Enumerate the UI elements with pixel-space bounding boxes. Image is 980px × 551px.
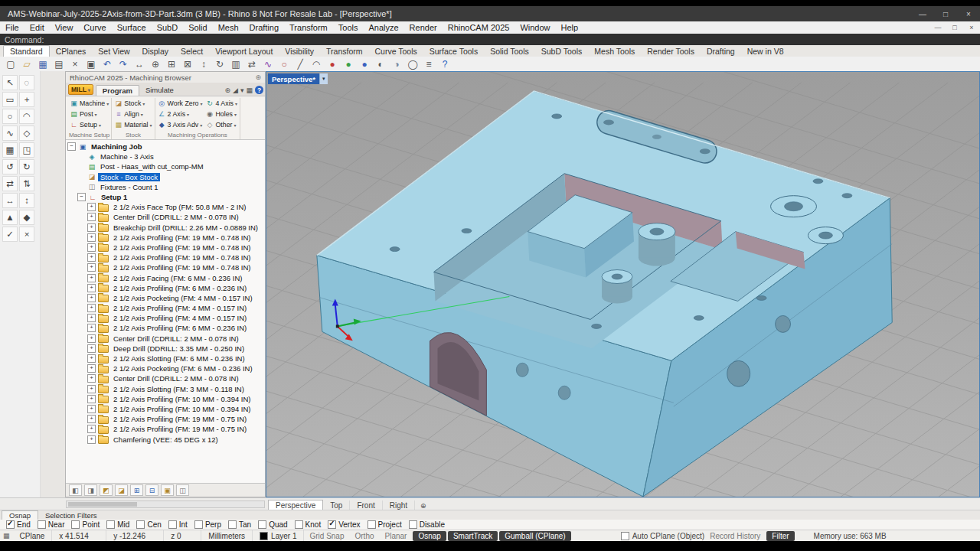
expander-plus-icon[interactable]: + bbox=[87, 425, 96, 433]
tree-item-2-1-2-axis-profiling-fm-6-mm-0-236-in[interactable]: +2 1/2 Axis Profiling (FM: 6 MM - 0.236 … bbox=[66, 323, 265, 333]
osnap-cen[interactable]: Cen bbox=[136, 520, 161, 529]
checkbox-icon[interactable] bbox=[106, 520, 115, 529]
auto-cplane-toggle[interactable]: Auto CPlane (Object) bbox=[621, 532, 705, 540]
render-red-sphere-icon[interactable]: ● bbox=[325, 57, 340, 70]
layout-icon[interactable]: ▦ bbox=[246, 86, 253, 94]
tree-item-2-1-2-axis-facing-fm-6-mm-0-236-in[interactable]: +2 1/2 Axis Facing (FM: 6 MM - 0.236 IN) bbox=[66, 272, 265, 282]
checkbox-icon[interactable] bbox=[328, 520, 336, 529]
expander-plus-icon[interactable]: + bbox=[87, 415, 96, 423]
tree-item-2-1-2-axis-profiling-fm-10-mm-0-394-in[interactable]: +2 1/2 Axis Profiling (FM: 10 MM - 0.394… bbox=[66, 394, 265, 404]
status-toggle-smarttrack[interactable]: SmartTrack bbox=[448, 531, 498, 541]
ribbon-button-align[interactable]: ≡Align▾ bbox=[113, 109, 153, 119]
checkbox-icon[interactable] bbox=[621, 532, 629, 540]
viewport-tab-perspective[interactable]: Perspective bbox=[268, 500, 323, 510]
tree-item-2-1-2-axis-profiling-fm-19-mm-0-75-in[interactable]: +2 1/2 Axis Profiling (FM: 19 MM - 0.75 … bbox=[66, 414, 265, 424]
expander-plus-icon[interactable]: + bbox=[87, 284, 96, 292]
toolbar-tab-mesh-tools[interactable]: Mesh Tools bbox=[588, 46, 641, 57]
check-icon[interactable]: ✓ bbox=[2, 227, 18, 242]
zoom-window-icon[interactable]: ⊞ bbox=[164, 57, 179, 70]
expander-plus-icon[interactable]: + bbox=[87, 243, 96, 252]
swap-views-icon[interactable]: ⇄ bbox=[2, 176, 18, 191]
solid-icon[interactable]: ◆ bbox=[19, 210, 34, 225]
circle-icon[interactable]: ○ bbox=[2, 109, 18, 124]
tilt-view-icon[interactable]: ⇅ bbox=[19, 176, 34, 191]
menu-item-tools[interactable]: Tools bbox=[333, 23, 364, 32]
viewport-canvas[interactable] bbox=[266, 72, 979, 497]
osnap-point[interactable]: Point bbox=[71, 520, 100, 529]
panel-dropdown-icon[interactable]: ▾ bbox=[240, 86, 244, 94]
tree-item-chamfering-vee-45-deg-x-12[interactable]: +Chamfering (VEE: 45 DEG x 12) bbox=[66, 434, 265, 444]
help-icon[interactable]: ? bbox=[255, 86, 263, 94]
wireframe-view-icon[interactable]: ◯ bbox=[405, 57, 420, 70]
checkbox-icon[interactable] bbox=[136, 520, 145, 529]
tree-item-center-drill-cdrill-2-mm-0-078-in[interactable]: +Center Drill (CDRILL: 2 MM - 0.078 IN) bbox=[66, 334, 265, 344]
footer-simulate-icon[interactable]: ⊞ bbox=[130, 484, 143, 496]
edit-icon[interactable]: ◢ bbox=[233, 86, 238, 94]
osnap-near[interactable]: Near bbox=[38, 520, 65, 529]
osnap-project[interactable]: Project bbox=[368, 520, 402, 529]
tree-item-2-1-2-axis-profiling-fm-19-mm-0-748-in[interactable]: +2 1/2 Axis Profiling (FM: 19 MM - 0.748… bbox=[66, 233, 265, 243]
layer-indicator[interactable]: Layer 1 bbox=[253, 530, 304, 541]
expander-plus-icon[interactable]: + bbox=[87, 364, 96, 373]
expander-plus-icon[interactable]: + bbox=[87, 294, 96, 302]
status-toggle-gumball-cplane[interactable]: Gumball (CPlane) bbox=[499, 531, 570, 541]
toolbar-tab-transform[interactable]: Transform bbox=[320, 46, 368, 57]
maximize-button[interactable]: □ bbox=[934, 6, 957, 21]
checkbox-icon[interactable] bbox=[258, 520, 266, 529]
surface-icon[interactable]: ▦ bbox=[2, 142, 18, 158]
scrollbar-thumb[interactable] bbox=[68, 502, 137, 507]
tree-item-2-1-2-axis-profiling-fm-4-mm-0-157-in[interactable]: +2 1/2 Axis Profiling (FM: 4 MM - 0.157 … bbox=[66, 313, 265, 323]
expander-plus-icon[interactable]: + bbox=[87, 263, 96, 272]
tree-item-center-drill-cdrill-2-mm-0-078-in[interactable]: +Center Drill (CDRILL: 2 MM - 0.078 IN) bbox=[66, 212, 265, 222]
toolbar-tab-standard[interactable]: Standard bbox=[3, 45, 50, 57]
status-pane-icon[interactable]: ▦ bbox=[0, 532, 13, 540]
help-icon[interactable]: ? bbox=[437, 57, 452, 70]
point-icon[interactable]: + bbox=[19, 92, 34, 107]
tree-item-machine-3-axis[interactable]: ◈Machine - 3 Axis bbox=[66, 152, 265, 161]
zoom-extents-icon[interactable]: ⊠ bbox=[180, 57, 195, 70]
pan-horizontal-icon[interactable]: ↔ bbox=[2, 193, 18, 208]
polygon-icon[interactable]: ◇ bbox=[19, 126, 34, 141]
open-file-icon[interactable]: ▱ bbox=[19, 57, 34, 70]
tree-item-center-drill-cdrill-2-mm-0-078-in[interactable]: +Center Drill (CDRILL: 2 MM - 0.078 IN) bbox=[66, 373, 265, 383]
ribbon-button-stock[interactable]: ◪Stock▾ bbox=[113, 98, 153, 109]
tools-icon[interactable]: ⊛ bbox=[224, 86, 230, 94]
panel-options-icon[interactable]: ⊛ bbox=[255, 73, 261, 81]
render-blue-sphere-icon[interactable]: ● bbox=[357, 57, 372, 70]
print-icon[interactable]: ▤ bbox=[51, 57, 67, 70]
ribbon-button-material[interactable]: ▦Material▾ bbox=[113, 119, 153, 130]
tree-item-2-1-2-axis-profiling-fm-19-mm-0-748-in[interactable]: +2 1/2 Axis Profiling (FM: 19 MM - 0.748… bbox=[66, 253, 265, 262]
mill-mode-button[interactable]: MILL ▾ bbox=[68, 84, 93, 95]
footer-stock-icon[interactable]: ◨ bbox=[84, 484, 97, 496]
osnap-knot[interactable]: Knot bbox=[295, 520, 322, 529]
tree-item-2-1-2-axis-profiling-fm-19-mm-0-748-in[interactable]: +2 1/2 Axis Profiling (FM: 19 MM - 0.748… bbox=[66, 262, 265, 272]
move-icon[interactable]: ↕ bbox=[196, 57, 211, 70]
menu-item-drafting[interactable]: Drafting bbox=[244, 23, 285, 32]
expander-plus-icon[interactable]: + bbox=[87, 405, 96, 413]
layers-icon[interactable]: ≡ bbox=[421, 57, 436, 70]
ribbon-button-holes[interactable]: ◉Holes▾ bbox=[204, 109, 240, 119]
expander-minus-icon[interactable]: − bbox=[67, 142, 76, 151]
mirror-icon[interactable]: ⇄ bbox=[244, 57, 260, 70]
menu-item-transform[interactable]: Transform bbox=[284, 23, 333, 32]
checkbox-icon[interactable] bbox=[368, 520, 376, 529]
menu-item-analyze[interactable]: Analyze bbox=[363, 23, 403, 32]
toolbar-tab-curve-tools[interactable]: Curve Tools bbox=[369, 46, 423, 57]
tree-item-deep-drill-ddrill-3-35-mm-0-250-in[interactable]: +Deep Drill (DDRILL: 3.35 MM - 0.250 IN) bbox=[66, 344, 265, 354]
tree-item-2-1-2-axis-profiling-fm-4-mm-0-157-in[interactable]: +2 1/2 Axis Profiling (FM: 4 MM - 0.157 … bbox=[66, 303, 265, 313]
cam-tab-program[interactable]: Program bbox=[96, 85, 139, 96]
menu-item-help[interactable]: Help bbox=[556, 23, 584, 32]
checkbox-icon[interactable] bbox=[228, 520, 237, 529]
menu-item-window[interactable]: Window bbox=[514, 23, 555, 32]
tree-item-2-1-2-axis-profiling-fm-19-mm-0-748-in[interactable]: +2 1/2 Axis Profiling (FM: 19 MM - 0.748… bbox=[66, 243, 265, 253]
copy-icon[interactable]: ▣ bbox=[83, 57, 99, 70]
expander-plus-icon[interactable]: + bbox=[87, 385, 96, 393]
viewport-title[interactable]: Perspective* bbox=[268, 73, 319, 84]
ribbon-button-work-zero[interactable]: ◎Work Zero▾ bbox=[156, 98, 204, 109]
ribbon-button-setup[interactable]: ∟Setup▾ bbox=[68, 119, 110, 130]
tree-item-2-1-2-axis-slotting-fm-3-mm-0-118-in[interactable]: +2 1/2 Axis Slotting (FM: 3 MM - 0.118 I… bbox=[66, 384, 265, 394]
minimize-button[interactable]: — bbox=[911, 6, 934, 21]
select-icon[interactable]: ↖ bbox=[2, 75, 18, 90]
toolbar-tab-display[interactable]: Display bbox=[136, 46, 175, 57]
tree-item-stock-box-stock[interactable]: ◪Stock - Box Stock bbox=[66, 172, 265, 182]
